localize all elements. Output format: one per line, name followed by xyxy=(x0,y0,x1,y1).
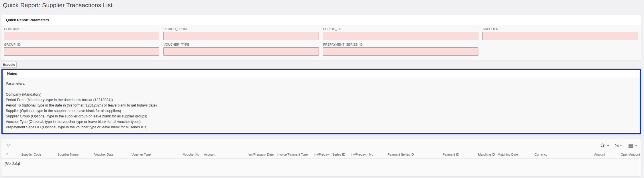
parameter-field-input[interactable] xyxy=(163,32,319,40)
quick-report-parameters-panel: Quick Report Parameters COMPANY PERIOD_F… xyxy=(1,15,641,60)
page-title: Quick Report: Supplier Transactions List xyxy=(3,2,113,9)
page-size-value: 24 xyxy=(615,144,619,148)
parameter-field: PERIOD_TO xyxy=(323,27,478,40)
table-toolbar: 24 xyxy=(1,139,641,152)
table-header-row: ✓ Supplier Code Supplier Name Voucher Da… xyxy=(1,152,641,158)
parameters-panel-title: Quick Report Parameters xyxy=(1,15,641,25)
parameter-field-label: PERIOD_TO xyxy=(323,27,478,31)
parameter-field-input[interactable] xyxy=(4,32,159,40)
parameter-field-input[interactable] xyxy=(4,47,159,56)
gear-icon xyxy=(600,143,605,148)
chevron-down-icon xyxy=(606,144,610,147)
table-column-header[interactable]: Inv/Prepaym Date xyxy=(248,153,274,156)
select-all-check-icon[interactable]: ✓ xyxy=(5,152,9,156)
parameter-field-label: SUPPLIER xyxy=(483,27,638,31)
table-empty-message: (No data) xyxy=(1,158,641,166)
table-column-header[interactable]: Matching ID xyxy=(478,153,495,156)
parameter-field: VOUCHER_TYPE xyxy=(163,43,319,56)
parameter-field: SUPPLIER xyxy=(482,27,638,40)
table-settings-control[interactable] xyxy=(600,143,610,148)
parameter-field: PREPAYMENT_SERIES_ID xyxy=(323,43,478,56)
table-column-header[interactable]: Inv/Prepaym No xyxy=(351,153,373,156)
table-column-header[interactable]: Voucher No xyxy=(183,153,199,156)
notes-text: Parameters: Company (Mandatory) Period F… xyxy=(3,78,640,133)
table-column-header[interactable]: Payment Series ID xyxy=(388,153,414,156)
notes-text-line: Supplier Group (Optional, type in the su… xyxy=(6,114,637,119)
page-size-selector[interactable]: 24 xyxy=(615,144,623,148)
notes-text-line: Period From (Mandatory, type in the date… xyxy=(6,97,637,103)
parameter-field: GROUP_ID xyxy=(4,43,159,56)
chevron-down-icon xyxy=(634,144,637,147)
filter-icon xyxy=(6,143,11,148)
parameter-field-label: VOUCHER_TYPE xyxy=(164,43,319,46)
table-column-header[interactable]: Account xyxy=(204,153,215,156)
notes-text-line: Period To (optional, type in the date in… xyxy=(6,103,637,108)
execute-button[interactable]: Execute xyxy=(1,61,17,68)
parameter-field: COMPANY xyxy=(4,27,159,40)
parameter-field-input[interactable] xyxy=(163,47,319,56)
filter-button[interactable] xyxy=(5,143,11,149)
notes-text-line: Supplier (Optional, type in the supplier… xyxy=(6,108,637,114)
table-column-header[interactable]: Voucher Type xyxy=(131,153,151,156)
notes-text-line: Prepayment Series ID (Optional, type in … xyxy=(6,125,637,130)
rows-density-icon xyxy=(628,143,633,148)
table-toolbar-right: 24 xyxy=(596,143,637,148)
notes-panel-title: Notes xyxy=(3,70,640,78)
table-column-header[interactable]: Voucher Date xyxy=(94,153,113,156)
table-column-header[interactable]: Invoice/Payment Type xyxy=(277,153,308,156)
notes-text-line: Company (Mandatory) xyxy=(6,92,637,97)
notes-text-line: Voucher Type (Optional, type in the vouc… xyxy=(6,119,637,125)
table-column-header[interactable]: Open Amount xyxy=(621,153,640,156)
chevron-down-icon xyxy=(620,144,623,147)
table-column-header[interactable]: Matching Date xyxy=(498,153,518,156)
table-column-header[interactable]: Amount xyxy=(594,153,605,156)
notes-panel: Notes Parameters: Company (Mandatory) Pe… xyxy=(1,69,641,134)
table-column-header[interactable]: Currency xyxy=(535,153,547,156)
parameter-field-label: GROUP_ID xyxy=(4,43,159,46)
notes-text-line xyxy=(6,86,637,92)
parameters-form: COMPANY PERIOD_FROM PERIOD_TO SUPPLIER G… xyxy=(1,25,641,60)
parameter-field-label: PREPAYMENT_SERIES_ID xyxy=(323,43,478,46)
parameter-field: PERIOD_FROM xyxy=(163,27,319,40)
table-column-header[interactable]: Inv/Prepaym Series ID xyxy=(314,153,345,156)
parameter-field-input[interactable] xyxy=(323,32,478,40)
table-column-header[interactable]: Payment ID xyxy=(443,153,459,156)
parameter-field-label: COMPANY xyxy=(4,27,159,31)
table-column-header[interactable]: Supplier Code xyxy=(21,153,41,156)
notes-text-line: Parameters: xyxy=(6,81,637,86)
parameter-field-label: PERIOD_FROM xyxy=(164,27,319,31)
parameter-field-input[interactable] xyxy=(482,32,638,40)
parameter-field-input[interactable] xyxy=(323,47,478,56)
results-table-panel: 24 xyxy=(1,139,641,176)
table-column-header[interactable]: Supplier Name xyxy=(58,153,78,156)
row-density-selector[interactable] xyxy=(628,143,637,148)
